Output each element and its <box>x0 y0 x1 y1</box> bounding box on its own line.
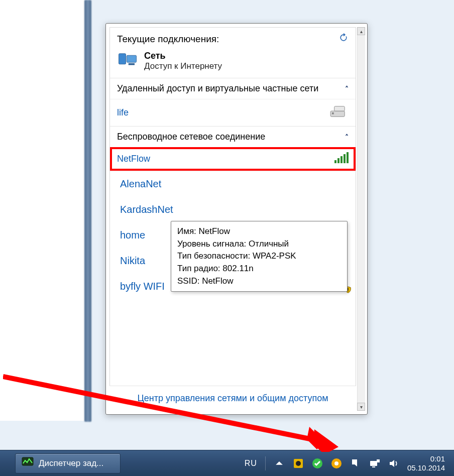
tooltip-radio-value: 802.11n <box>222 264 253 273</box>
network-center-label: Центр управления сетями и общим доступом <box>137 393 328 404</box>
tray-app-icon-1[interactable] <box>293 458 304 469</box>
svg-rect-48 <box>372 466 375 467</box>
svg-rect-9 <box>344 154 346 163</box>
clock[interactable]: 0:01 05.10.2014 <box>407 454 445 472</box>
taskbar-app-label: Диспетчер зад... <box>39 458 103 468</box>
vpn-section-label: Удаленный доступ и виртуальные частные с… <box>117 83 318 94</box>
wifi-ssid: Nikita <box>120 255 145 267</box>
wifi-ssid: byfly WIFI <box>120 281 165 292</box>
svg-rect-36 <box>348 288 349 290</box>
tooltip-name-label: Имя: <box>177 226 199 236</box>
scroll-track[interactable] <box>357 35 365 403</box>
tray-app-icon-3[interactable] <box>331 458 342 469</box>
chevron-up-icon: ˄ <box>345 85 349 93</box>
tooltip-name-value: NetFlow <box>199 226 230 236</box>
volume-icon[interactable] <box>388 458 399 469</box>
svg-rect-49 <box>377 459 380 462</box>
active-network-status: Доступ к Интернету <box>144 61 222 71</box>
svg-rect-7 <box>337 158 339 163</box>
clock-time: 0:01 <box>407 454 445 463</box>
taskbar-app-button[interactable]: Диспетчер зад... <box>15 453 121 473</box>
window-edge <box>84 0 91 422</box>
vpn-item-label: life <box>117 107 129 118</box>
svg-rect-37 <box>348 291 349 292</box>
svg-rect-2 <box>129 63 135 65</box>
clock-date: 05.10.2014 <box>407 463 445 472</box>
signal-strength-icon <box>334 152 349 166</box>
wifi-ssid: home <box>120 229 145 241</box>
network-center-link[interactable]: Центр управления сетями и общим доступом <box>109 386 356 411</box>
wifi-item-kardashnet[interactable]: KardashNet <box>110 197 356 222</box>
tray-app-icon-2[interactable] <box>312 458 323 469</box>
language-indicator[interactable]: RU <box>245 459 257 468</box>
flyout-scrollbar[interactable]: ▴ ▾ <box>357 27 365 411</box>
scroll-up-icon[interactable]: ▴ <box>357 27 365 35</box>
svg-point-46 <box>334 461 338 465</box>
svg-marker-39 <box>307 427 324 449</box>
svg-marker-40 <box>313 429 338 452</box>
svg-rect-47 <box>370 461 377 466</box>
active-network-row[interactable]: Сеть Доступ к Интернету <box>117 49 349 73</box>
svg-rect-5 <box>332 112 334 114</box>
svg-rect-8 <box>340 156 343 163</box>
wifi-ssid: NetFlow <box>117 154 150 164</box>
vpn-item-life[interactable]: life <box>110 99 356 126</box>
wifi-item-netflow[interactable]: NetFlow <box>110 147 356 171</box>
refresh-icon[interactable] <box>338 33 349 45</box>
tooltip-security-value: WPA2-PSK <box>253 251 296 261</box>
current-connections-heading: Текущие подключения: <box>117 34 219 45</box>
modem-icon <box>329 104 349 121</box>
wifi-section-label: Беспроводное сетевое соединение <box>117 132 265 142</box>
chevron-up-icon: ˄ <box>345 133 349 141</box>
tooltip-ssid-label: SSID: <box>177 276 202 286</box>
system-tray: RU 0:01 05.10.2014 <box>245 450 454 476</box>
svg-rect-0 <box>119 54 126 64</box>
tooltip-signal-value: Отличный <box>249 239 289 249</box>
network-tray-icon[interactable] <box>369 458 380 469</box>
svg-rect-10 <box>347 152 349 163</box>
current-connections-section: Текущие подключения: Сеть Доступ к Интер… <box>110 28 356 78</box>
tray-separator <box>265 456 266 470</box>
wifi-ssid: KardashNet <box>120 204 173 215</box>
show-hidden-icons-icon[interactable] <box>274 458 285 469</box>
task-manager-icon <box>22 456 34 470</box>
tooltip-signal-label: Уровень сигнала: <box>177 239 249 249</box>
wifi-tooltip: Имя: NetFlow Уровень сигнала: Отличный Т… <box>171 221 348 292</box>
svg-point-43 <box>296 461 301 466</box>
background-panel <box>0 0 84 421</box>
vpn-section-header[interactable]: Удаленный доступ и виртуальные частные с… <box>110 78 356 99</box>
scroll-down-icon[interactable]: ▾ <box>357 403 365 411</box>
tooltip-ssid-value: NetFlow <box>202 276 233 286</box>
wifi-ssid: AlenaNet <box>120 178 161 190</box>
wifi-section-header[interactable]: Беспроводное сетевое соединение ˄ <box>110 126 356 147</box>
wifi-item-alenanet[interactable]: AlenaNet <box>110 171 356 197</box>
network-computer-icon <box>117 49 138 73</box>
taskbar: Диспетчер зад... RU 0:01 05.10.2014 <box>0 450 454 476</box>
action-center-icon[interactable] <box>350 458 361 469</box>
network-flyout: Текущие подключения: Сеть Доступ к Интер… <box>105 23 368 415</box>
flyout-body: Текущие подключения: Сеть Доступ к Интер… <box>109 27 356 411</box>
tooltip-security-label: Тип безопасности: <box>177 251 253 261</box>
svg-rect-1 <box>127 55 136 62</box>
svg-rect-6 <box>334 160 336 163</box>
active-network-name: Сеть <box>144 51 222 61</box>
tooltip-radio-label: Тип радио: <box>177 264 222 273</box>
svg-rect-4 <box>334 106 345 111</box>
